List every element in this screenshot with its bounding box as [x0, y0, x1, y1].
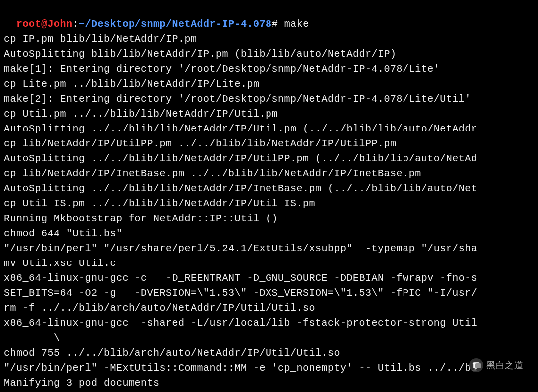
watermark-text: 黑白之道 — [486, 359, 523, 372]
terminal-output-line: "/usr/bin/perl" "/usr/share/perl/5.24.1/… — [4, 241, 534, 256]
terminal-output-line: x86_64-linux-gnu-gcc -c -D_REENTRANT -D_… — [4, 271, 534, 286]
terminal-output-line: chmod 644 "Util.bs" — [4, 226, 534, 241]
terminal-prompt-line: root@John:~/Desktop/snmp/NetAddr-IP-4.07… — [4, 2, 534, 32]
terminal-output-line: "/usr/bin/perl" -MExtUtils::Command::MM … — [4, 361, 534, 376]
terminal-output-line: Manifying 3 pod documents — [4, 376, 534, 391]
terminal-output-line: rm -f ../../blib/arch/auto/NetAddr/IP/Ut… — [4, 301, 534, 316]
terminal-output-line: cp Util_IS.pm ../../blib/lib/NetAddr/IP/… — [4, 196, 534, 211]
terminal-output-line: Running Mkbootstrap for NetAddr::IP::Uti… — [4, 211, 534, 226]
terminal-output-line: make[2]: Entering directory '/root/Deskt… — [4, 92, 534, 107]
prompt-user: root@John — [16, 18, 73, 30]
terminal-output-line: mv Util.xsc Util.c — [4, 256, 534, 271]
terminal-output-line: x86_64-linux-gnu-gcc -shared -L/usr/loca… — [4, 316, 534, 331]
terminal-output-line: chmod 755 ../../blib/arch/auto/NetAddr/I… — [4, 346, 534, 361]
terminal-output-line: cp Lite.pm ../blib/lib/NetAddr/IP/Lite.p… — [4, 77, 534, 92]
terminal-output-line: cp IP.pm blib/lib/NetAddr/IP.pm — [4, 32, 534, 47]
prompt-command: make — [278, 18, 309, 30]
terminal-output-line: SET_BITS=64 -O2 -g -DVERSION=\"1.53\" -D… — [4, 286, 534, 301]
terminal-output-line: AutoSplitting ../../blib/lib/NetAddr/IP/… — [4, 151, 534, 166]
terminal-output-line: AutoSplitting blib/lib/NetAddr/IP.pm (bl… — [4, 47, 534, 62]
terminal-output-line: make[1]: Entering directory '/root/Deskt… — [4, 62, 534, 77]
terminal-output-line: AutoSplitting ../../blib/lib/NetAddr/IP/… — [4, 181, 534, 196]
prompt-sep1: : — [73, 18, 79, 30]
terminal-output-line: cp Util.pm ../../blib/lib/NetAddr/IP/Uti… — [4, 107, 534, 122]
watermark: 黑白之道 — [469, 358, 523, 372]
prompt-path: ~/Desktop/snmp/NetAddr-IP-4.078 — [79, 18, 272, 30]
terminal-output-line: cp lib/NetAddr/IP/UtilPP.pm ../../blib/l… — [4, 136, 534, 151]
terminal-output-line: cp lib/NetAddr/IP/InetBase.pm ../../blib… — [4, 166, 534, 181]
wechat-icon — [469, 358, 483, 372]
terminal-output-line: \ — [4, 331, 534, 346]
terminal-output-line: AutoSplitting ../../blib/lib/NetAddr/IP/… — [4, 122, 534, 136]
prompt-sep2: # — [272, 18, 278, 30]
